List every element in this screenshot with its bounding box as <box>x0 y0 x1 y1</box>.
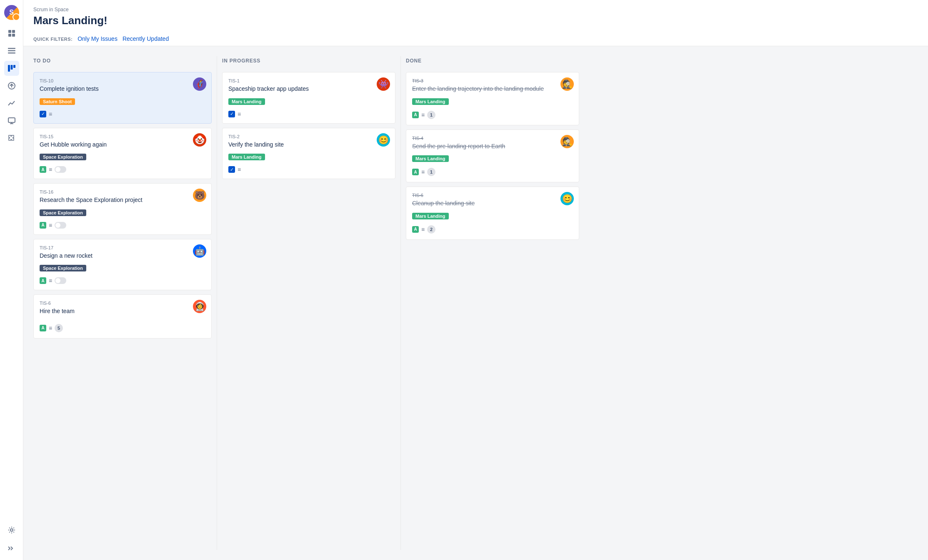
card-id: TIS-15 <box>40 134 205 139</box>
card-footer: A ≡ 5 <box>40 324 205 332</box>
sidebar: S <box>0 0 23 560</box>
equal-icon: ≡ <box>421 226 425 233</box>
svg-rect-2 <box>8 34 11 37</box>
svg-rect-6 <box>8 52 15 54</box>
card-footer: A ≡ <box>40 222 205 229</box>
card-tis-1[interactable]: TIS-1 Spaceship tracker app updates 👾 Ma… <box>222 72 395 124</box>
sidebar-bottom <box>4 523 19 555</box>
card-id: TIS-3 <box>412 78 573 83</box>
card-footer: A ≡ 1 <box>412 111 573 119</box>
puzzle-icon[interactable] <box>4 131 19 146</box>
svg-rect-3 <box>12 34 15 37</box>
svg-rect-8 <box>10 65 13 70</box>
card-tis-4[interactable]: TIS-4 Send the pre-landing report to Ear… <box>406 129 579 183</box>
count-badge: 1 <box>427 168 435 176</box>
card-tis-16[interactable]: TIS-16 Research the Space Exploration pr… <box>33 183 212 235</box>
story-icon: A <box>412 112 419 118</box>
page-title: Mars Landing! <box>33 14 918 27</box>
card-tis-3[interactable]: TIS-3 Enter the landing trajectory into … <box>406 72 579 125</box>
avatar: 😊 <box>560 192 574 205</box>
count-badge: 1 <box>427 111 435 119</box>
svg-rect-4 <box>8 48 15 49</box>
card-title: Hire the team <box>40 307 205 316</box>
svg-point-15 <box>10 529 13 531</box>
card-id: TIS-1 <box>228 78 389 83</box>
equal-icon: ≡ <box>49 166 52 173</box>
expand-icon[interactable] <box>4 540 19 555</box>
app-logo[interactable]: S <box>4 5 19 20</box>
card-tis-6-todo[interactable]: TIS-6 Hire the team 👩‍🚀 A ≡ 5 <box>33 294 212 338</box>
card-title: Design a new rocket <box>40 252 205 260</box>
todo-cards-list: TIS-10 Complete ignition tests 🦸 Saturn … <box>33 72 212 338</box>
card-id: TIS-6 <box>40 301 205 306</box>
toggle-off <box>55 277 66 284</box>
card-footer: A ≡ 1 <box>412 168 573 176</box>
story-icon: A <box>40 166 46 173</box>
avatar: 🤖 <box>193 244 206 258</box>
main-content: Scrum in Space Mars Landing! QUICK FILTE… <box>23 0 928 560</box>
card-tag: Mars Landing <box>412 213 449 219</box>
checkbox-icon: ✓ <box>40 111 46 117</box>
card-title: Cleanup the landing site <box>412 199 573 208</box>
quick-filters-bar: QUICK FILTERS: Only My Issues Recently U… <box>33 32 918 46</box>
card-tis-10[interactable]: TIS-10 Complete ignition tests 🦸 Saturn … <box>33 72 212 124</box>
toggle-off <box>55 166 66 173</box>
done-cards-list: TIS-3 Enter the landing trajectory into … <box>406 72 579 240</box>
card-tis-15[interactable]: TIS-15 Get Hubble working again 🤡 Space … <box>33 128 212 179</box>
card-title: Research the Space Exploration project <box>40 196 205 204</box>
deploy-icon[interactable] <box>4 78 19 93</box>
equal-icon: ≡ <box>49 222 52 229</box>
kanban-icon[interactable] <box>4 61 19 76</box>
svg-rect-1 <box>12 30 15 33</box>
avatar: 🐻 <box>193 189 206 202</box>
story-icon: A <box>412 169 419 175</box>
board-icon[interactable] <box>4 26 19 41</box>
equal-icon: ≡ <box>238 166 241 173</box>
avatar: 🕵️ <box>560 77 574 91</box>
kanban-board: TO DO TIS-10 Complete ignition tests 🦸 S… <box>23 46 928 560</box>
toggle-off <box>55 222 66 229</box>
card-title: Enter the landing trajectory into the la… <box>412 85 573 93</box>
column-done: DONE TIS-3 Enter the landing trajectory … <box>401 56 584 550</box>
page-header: Scrum in Space Mars Landing! QUICK FILTE… <box>23 0 928 46</box>
count-badge: 5 <box>55 324 63 332</box>
settings-icon[interactable] <box>4 523 19 538</box>
card-tag: Space Exploration <box>40 154 86 160</box>
card-title: Verify the landing site <box>228 141 389 149</box>
card-tis-2[interactable]: TIS-2 Verify the landing site 😊 Mars Lan… <box>222 128 395 179</box>
svg-rect-12 <box>8 118 15 122</box>
chart-icon[interactable] <box>4 96 19 111</box>
svg-rect-7 <box>8 65 10 72</box>
card-id: TIS-2 <box>228 134 389 139</box>
card-footer: ✓ ≡ <box>40 111 205 117</box>
card-id: TIS-10 <box>40 78 205 83</box>
card-tis-17[interactable]: TIS-17 Design a new rocket 🤖 Space Explo… <box>33 239 212 291</box>
column-todo-header: TO DO <box>33 56 212 67</box>
card-id: TIS-4 <box>412 136 573 141</box>
story-icon: A <box>40 222 46 229</box>
avatar: 🦸 <box>193 77 206 91</box>
monitor-icon[interactable] <box>4 113 19 128</box>
inprogress-cards-list: TIS-1 Spaceship tracker app updates 👾 Ma… <box>222 72 395 179</box>
card-tag: Mars Landing <box>412 98 449 105</box>
recently-updated-filter[interactable]: Recently Updated <box>123 32 169 46</box>
avatar: 😊 <box>377 133 390 147</box>
project-name: Scrum in Space <box>33 7 918 12</box>
svg-rect-5 <box>8 50 15 52</box>
card-id: TIS-17 <box>40 245 205 250</box>
svg-rect-9 <box>13 65 15 68</box>
card-id: TIS-16 <box>40 189 205 194</box>
column-todo: TO DO TIS-10 Complete ignition tests 🦸 S… <box>33 56 217 550</box>
avatar: 🕵️ <box>560 135 574 148</box>
equal-icon: ≡ <box>49 325 52 331</box>
card-tag: Mars Landing <box>228 98 265 105</box>
card-footer: ✓ ≡ <box>228 166 389 173</box>
only-my-issues-filter[interactable]: Only My Issues <box>78 32 118 46</box>
card-tag: Space Exploration <box>40 209 86 216</box>
story-icon: A <box>40 325 46 331</box>
card-title: Send the pre-landing report to Earth <box>412 142 573 151</box>
column-inprogress: IN PROGRESS TIS-1 Spaceship tracker app … <box>217 56 400 550</box>
card-tag: Saturn Shoot <box>40 98 75 105</box>
card-tis-6-done[interactable]: TIS-6 Cleanup the landing site 😊 Mars La… <box>406 187 579 240</box>
list-icon[interactable] <box>4 43 19 58</box>
